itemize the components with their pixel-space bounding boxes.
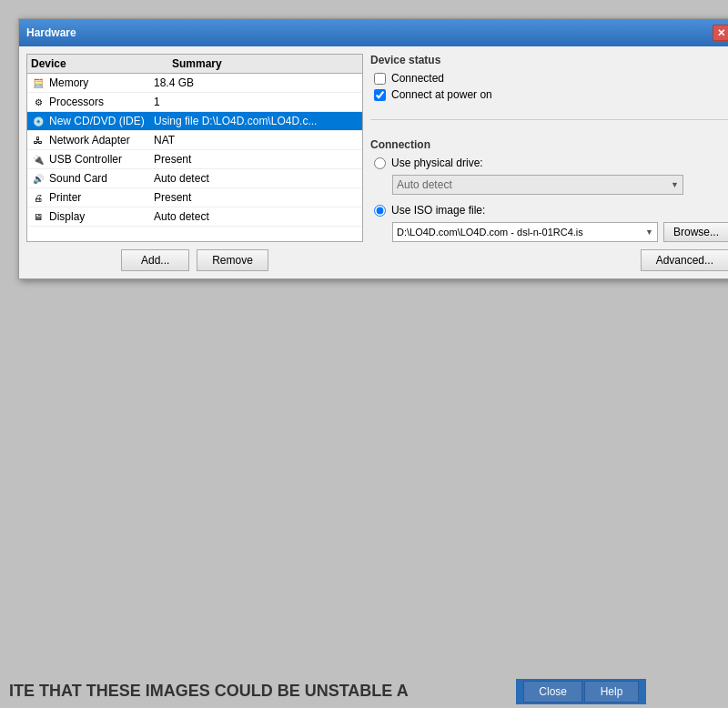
advanced-row: Advanced...: [370, 249, 728, 271]
use-physical-drive-radio[interactable]: [374, 157, 386, 169]
connect-at-power-on-row: Connect at power on: [370, 88, 728, 101]
sound-icon: 🔊: [31, 171, 46, 186]
cdvd-summary: Using file D:\LO4D.com\LO4D.c...: [154, 115, 359, 127]
display-summary: Auto detect: [154, 210, 359, 223]
hardware-buttons: Add... Remove: [26, 249, 363, 271]
processors-summary: 1: [154, 96, 359, 108]
col-device-header: Device: [31, 57, 172, 70]
table-row[interactable]: 🖧 Network Adapter NAT: [27, 131, 362, 150]
physical-drive-row: Use physical drive:: [370, 157, 728, 169]
divider: [370, 119, 728, 120]
connect-at-power-on-checkbox[interactable]: [374, 89, 386, 101]
settings-panel: Device status Connected Connect at power…: [370, 54, 728, 271]
device-name-memory: Memory: [49, 76, 88, 89]
use-iso-label: Use ISO image file:: [391, 204, 485, 217]
table-header: Device Summary: [27, 55, 362, 74]
connect-at-power-on-label: Connect at power on: [391, 88, 492, 101]
connected-row: Connected: [370, 72, 728, 85]
bottom-bar: ITE THAT THESE IMAGES COULD BE UNSTABLE …: [0, 672, 728, 708]
add-button[interactable]: Add...: [121, 249, 189, 271]
usb-summary: Present: [154, 153, 359, 166]
sound-summary: Auto detect: [154, 172, 359, 185]
device-status-title: Device status: [370, 54, 728, 66]
auto-detect-dropdown-container: Auto detect ▼: [392, 175, 728, 195]
device-name-sound: Sound Card: [49, 172, 107, 185]
iso-row: Use ISO image file:: [370, 204, 728, 217]
lo4d-badge: Close Help: [516, 679, 646, 704]
usb-icon: 🔌: [31, 152, 46, 167]
use-iso-radio[interactable]: [374, 205, 386, 217]
connection-title: Connection: [370, 138, 728, 151]
table-row-cdvd[interactable]: 💿 New CD/DVD (IDE) Using file D:\LO4D.co…: [27, 112, 362, 131]
device-name-processors: Processors: [49, 96, 104, 108]
table-row[interactable]: 🖨 Printer Present: [27, 188, 362, 207]
dialog-title: Hardware: [26, 26, 76, 39]
printer-summary: Present: [154, 191, 359, 204]
memory-summary: 18.4 GB: [154, 76, 359, 89]
memory-icon: 🧮: [31, 76, 46, 90]
device-name-cdvd: New CD/DVD (IDE): [49, 115, 145, 127]
browse-button[interactable]: Browse...: [663, 222, 728, 242]
device-name-printer: Printer: [49, 191, 81, 204]
device-status-section: Device status Connected Connect at power…: [370, 54, 728, 105]
close-bottom-button[interactable]: Close: [523, 681, 582, 703]
connection-section: Connection Use physical drive: Auto dete…: [370, 138, 728, 271]
iso-path-row: D:\LO4D.com\LO4D.com - dsl-n-01RC4.is ▼ …: [392, 222, 728, 242]
printer-icon: 🖨: [31, 190, 46, 205]
hardware-panel: Device Summary 🧮 Memory 18.4 GB ⚙ Proces…: [26, 54, 363, 271]
remove-button[interactable]: Remove: [197, 249, 268, 271]
auto-detect-value: Auto detect: [397, 178, 452, 191]
dropdown-arrow-icon: ▼: [671, 180, 679, 189]
display-icon: 🖥: [31, 209, 46, 224]
table-row[interactable]: ⚙ Processors 1: [27, 93, 362, 112]
use-physical-drive-label: Use physical drive:: [391, 157, 483, 169]
device-name-usb: USB Controller: [49, 153, 122, 166]
help-button[interactable]: Help: [584, 681, 639, 703]
col-summary-header: Summary: [172, 57, 359, 70]
hardware-table: Device Summary 🧮 Memory 18.4 GB ⚙ Proces…: [26, 54, 363, 242]
hardware-dialog: Hardware ✕ Device Summary 🧮 Memory 18.4 …: [18, 18, 728, 279]
connected-label: Connected: [391, 72, 444, 85]
processors-icon: ⚙: [31, 95, 46, 109]
advanced-button[interactable]: Advanced...: [641, 249, 728, 271]
network-icon: 🖧: [31, 133, 46, 147]
table-row[interactable]: 🔊 Sound Card Auto detect: [27, 169, 362, 188]
device-name-network: Network Adapter: [49, 134, 130, 147]
iso-path-value: D:\LO4D.com\LO4D.com - dsl-n-01RC4.is: [397, 227, 583, 238]
network-summary: NAT: [154, 134, 359, 147]
dialog-content: Device Summary 🧮 Memory 18.4 GB ⚙ Proces…: [19, 46, 728, 278]
table-row[interactable]: 🔌 USB Controller Present: [27, 150, 362, 169]
iso-dropdown-arrow-icon: ▼: [645, 228, 653, 237]
table-row[interactable]: 🧮 Memory 18.4 GB: [27, 74, 362, 93]
table-row[interactable]: 🖥 Display Auto detect: [27, 207, 362, 227]
cdvd-icon: 💿: [31, 114, 46, 128]
close-button[interactable]: ✕: [713, 25, 728, 41]
title-bar: Hardware ✕: [19, 19, 728, 46]
connected-checkbox[interactable]: [374, 73, 386, 85]
iso-path-dropdown[interactable]: D:\LO4D.com\LO4D.com - dsl-n-01RC4.is ▼: [392, 222, 658, 242]
auto-detect-dropdown[interactable]: Auto detect ▼: [392, 175, 683, 195]
device-name-display: Display: [49, 210, 85, 223]
